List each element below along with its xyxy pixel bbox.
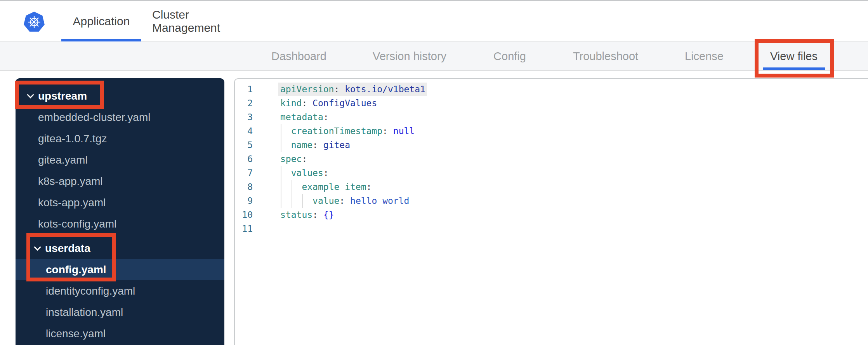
tree-file-installation-yaml[interactable]: installation.yaml (16, 302, 224, 323)
tab-cluster-management-label: Cluster Management (152, 8, 258, 34)
code-line: spec: (280, 152, 307, 166)
tree-file-config-yaml[interactable]: config.yaml (16, 259, 224, 280)
code-token (280, 168, 291, 178)
code-token: : (323, 168, 329, 178)
code-line: values: (280, 166, 329, 180)
code-token: : (366, 182, 372, 192)
tree-item-label: embedded-cluster.yaml (38, 111, 150, 124)
code-line: example_item: (280, 180, 372, 194)
line-number: 2 (235, 96, 253, 110)
code-line: kind: ConfigValues (280, 96, 377, 110)
code-token: hello world (350, 196, 409, 206)
active-subnav-underline (763, 67, 825, 70)
code-token: : (339, 196, 350, 206)
tree-item-label: config.yaml (46, 264, 106, 276)
line-number: 10 (235, 208, 253, 222)
tree-item-label: kots-app.yaml (38, 197, 106, 209)
code-token: : (312, 140, 323, 150)
tree-item-label: upstream (38, 90, 87, 102)
tree-file-kots-config-yaml[interactable]: kots-config.yaml (16, 213, 224, 235)
tab-application-label: Application (73, 15, 130, 28)
code-token: example_item (302, 182, 366, 192)
subnav-tab-config[interactable]: Config (493, 42, 526, 71)
chevron-down-icon (27, 91, 34, 98)
line-number: 9 (235, 194, 253, 208)
code-token: spec (280, 154, 302, 164)
code-token: value (312, 196, 339, 206)
code-token: {} (323, 210, 334, 220)
code-token: gitea (323, 140, 350, 150)
code-token: : (302, 154, 307, 164)
subnav-tab-dashboard[interactable]: Dashboard (271, 42, 326, 71)
code-token: metadata (280, 112, 323, 122)
tree-item-label: gitea.yaml (38, 154, 88, 166)
tree-file-identityconfig-yaml[interactable]: identityconfig.yaml (16, 280, 224, 302)
line-number: 5 (235, 138, 253, 152)
code-line: metadata: (280, 110, 329, 124)
tree-folder-upstream[interactable]: upstream (16, 85, 224, 107)
tree-item-label: license.yaml (46, 328, 106, 340)
line-number: 7 (235, 166, 253, 180)
code-token: : (323, 112, 329, 122)
code-token: : (382, 126, 393, 136)
tree-item-label: kots-config.yaml (38, 218, 116, 230)
code-token: kots.io/v1beta1 (345, 84, 425, 94)
subnav-tab-license[interactable]: License (685, 42, 724, 71)
code-token: status (280, 210, 312, 220)
code-token (280, 196, 312, 206)
code-token (280, 126, 291, 136)
app-header: Application Cluster Management (0, 1, 868, 41)
line-number: 3 (235, 110, 253, 124)
code-token: : (302, 98, 312, 108)
code-token (280, 182, 302, 192)
code-editor[interactable]: 1apiVersion: kots.io/v1beta12kind: Confi… (234, 78, 868, 345)
code-token: name (291, 140, 312, 150)
file-tree-sidebar: upstreamembedded-cluster.yamlgitea-1.0.7… (16, 78, 224, 345)
code-token: null (393, 126, 415, 136)
code-token: creationTimestamp (291, 126, 382, 136)
code-token: apiVersion (280, 84, 334, 94)
tree-item-label: installation.yaml (46, 306, 123, 319)
tree-item-label: gitea-1.0.7.tgz (38, 133, 107, 145)
kubernetes-logo-icon (23, 11, 45, 33)
code-line: status: {} (280, 208, 334, 222)
code-line: creationTimestamp: null (280, 124, 415, 138)
tree-file-gitea-yaml[interactable]: gitea.yaml (16, 149, 224, 171)
code-token: values (291, 168, 323, 178)
active-tab-underline (61, 39, 141, 41)
line-number: 11 (235, 222, 253, 236)
code-line: apiVersion: kots.io/v1beta1 (280, 82, 425, 96)
tree-item-label: identityconfig.yaml (46, 285, 135, 297)
tree-file-gitea-1-0-7-tgz[interactable]: gitea-1.0.7.tgz (16, 128, 224, 149)
tree-item-label: userdata (45, 242, 90, 255)
subnav-tab-view-files[interactable]: View files (770, 42, 818, 71)
chevron-down-icon (34, 243, 41, 250)
subnav-tab-troubleshoot[interactable]: Troubleshoot (573, 42, 638, 71)
tree-folder-userdata[interactable]: userdata (16, 238, 224, 259)
line-number: 6 (235, 152, 253, 166)
tree-item-label: k8s-app.yaml (38, 175, 103, 188)
code-token: : (334, 84, 345, 94)
code-token: : (312, 210, 323, 220)
tab-cluster-management[interactable]: Cluster Management (152, 1, 258, 41)
tree-file-k8s-app-yaml[interactable]: k8s-app.yaml (16, 171, 224, 192)
kots-admin-console: Application Cluster Management Dashboard… (0, 0, 868, 345)
line-number: 4 (235, 124, 253, 138)
code-line: value: hello world (280, 194, 409, 208)
tab-application[interactable]: Application (61, 1, 141, 41)
code-token: ConfigValues (312, 98, 377, 108)
code-line: name: gitea (280, 138, 350, 152)
tree-file-embedded-cluster-yaml[interactable]: embedded-cluster.yaml (16, 107, 224, 128)
application-subnav: Dashboard Version history Config Trouble… (0, 42, 868, 71)
code-token (280, 140, 291, 150)
tree-file-kots-app-yaml[interactable]: kots-app.yaml (16, 192, 224, 213)
tree-file-license-yaml[interactable]: license.yaml (16, 323, 224, 344)
subnav-tab-version-history[interactable]: Version history (373, 42, 446, 71)
line-number: 1 (235, 82, 253, 96)
code-token: kind (280, 98, 302, 108)
line-number: 8 (235, 180, 253, 194)
